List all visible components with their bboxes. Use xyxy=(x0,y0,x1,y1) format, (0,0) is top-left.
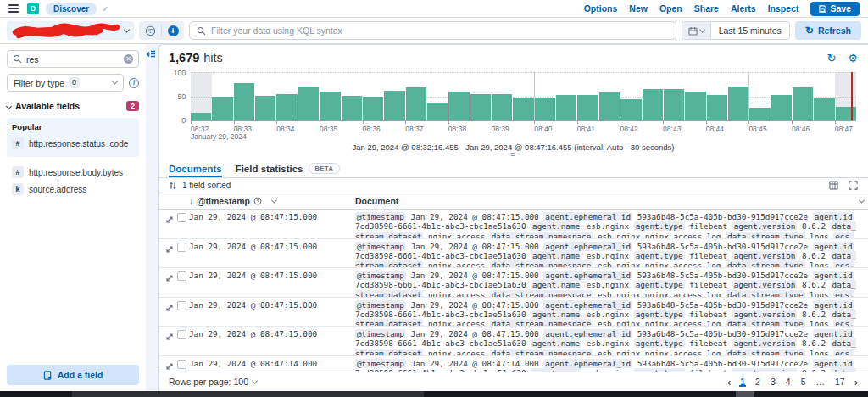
column-actions-icon[interactable] xyxy=(859,197,865,203)
histogram-bar[interactable] xyxy=(577,72,598,120)
histogram-bar[interactable] xyxy=(276,72,297,120)
sorted-label[interactable]: 1 field sorted xyxy=(182,181,231,190)
row-checkbox[interactable] xyxy=(177,271,186,281)
rows-per-page-button[interactable]: Rows per page: 100 xyxy=(169,377,257,387)
document-cell[interactable]: @timestamp Jan 29, 2024 @ 08:47:14.000 a… xyxy=(355,359,860,372)
histogram-bar[interactable] xyxy=(599,72,620,120)
histogram-bar[interactable] xyxy=(492,72,512,120)
field-search-input[interactable] xyxy=(26,54,103,64)
histogram-bar[interactable] xyxy=(255,72,275,120)
expand-row-icon[interactable] xyxy=(165,212,174,227)
histogram-bar[interactable] xyxy=(448,72,469,120)
histogram-bar[interactable] xyxy=(707,72,727,120)
histogram-bar[interactable] xyxy=(728,72,748,120)
field-list-item[interactable]: #http.response.body.bytes xyxy=(12,164,134,181)
histogram-bar[interactable] xyxy=(212,72,232,120)
kql-search-bar[interactable] xyxy=(189,21,676,40)
document-cell[interactable]: @timestamp Jan 29, 2024 @ 08:47:15.000 a… xyxy=(355,300,860,327)
next-page-icon[interactable]: › xyxy=(854,376,858,389)
column-actions-icon[interactable] xyxy=(271,197,277,203)
tab-documents[interactable]: Documents xyxy=(169,159,222,177)
field-list-item[interactable]: ksource.address xyxy=(12,181,134,198)
info-icon[interactable]: i xyxy=(129,78,139,88)
add-field-button[interactable]: Add a field xyxy=(7,365,139,385)
sort-fields-icon[interactable] xyxy=(169,182,177,190)
timestamp-column-header[interactable]: ↓ @timestamp xyxy=(189,196,355,206)
expand-row-icon[interactable] xyxy=(165,300,174,316)
document-cell[interactable]: @timestamp Jan 29, 2024 @ 08:47:15.000 a… xyxy=(355,329,860,355)
kql-search-input[interactable] xyxy=(211,25,669,36)
nav-new[interactable]: New xyxy=(629,3,648,14)
expand-row-icon[interactable] xyxy=(165,271,174,286)
histogram-bar[interactable] xyxy=(771,72,792,120)
histogram-bar[interactable] xyxy=(535,72,555,120)
menu-icon[interactable] xyxy=(8,4,19,13)
histogram-bar[interactable] xyxy=(363,72,383,120)
filter-by-type-select[interactable]: Filter by type 0 xyxy=(7,74,124,92)
histogram-bar[interactable] xyxy=(298,72,319,120)
histogram-bar[interactable] xyxy=(342,72,362,120)
histogram-bar[interactable] xyxy=(556,72,576,120)
saved-query-icon[interactable] xyxy=(139,21,161,40)
page-number[interactable]: 4 xyxy=(785,377,792,387)
time-range-value[interactable]: Last 15 minutes xyxy=(711,25,789,36)
document-cell[interactable]: @timestamp Jan 29, 2024 @ 08:47:15.000 a… xyxy=(355,242,860,268)
histogram-bar[interactable] xyxy=(320,72,340,120)
histogram-bar[interactable] xyxy=(234,72,254,120)
row-checkbox[interactable] xyxy=(177,360,186,369)
row-checkbox[interactable] xyxy=(177,213,186,222)
discover-app-icon[interactable]: D xyxy=(27,3,39,14)
fullscreen-icon[interactable] xyxy=(849,181,858,190)
calendar-menu-button[interactable] xyxy=(682,22,711,39)
expand-row-icon[interactable] xyxy=(165,329,174,344)
collapse-sidebar-icon[interactable] xyxy=(146,49,156,59)
save-button[interactable]: Save xyxy=(810,2,860,16)
histogram-bar[interactable] xyxy=(814,72,834,120)
resize-handle[interactable]: = xyxy=(159,152,868,158)
add-filter-button[interactable]: + xyxy=(162,21,184,40)
breadcrumb[interactable]: Discover xyxy=(46,3,97,15)
nav-options[interactable]: Options xyxy=(584,3,618,14)
histogram-bar[interactable] xyxy=(406,72,426,120)
page-number[interactable]: 5 xyxy=(800,377,807,387)
histogram-bar[interactable] xyxy=(643,72,663,120)
expand-row-icon[interactable] xyxy=(165,359,174,372)
expand-row-icon[interactable] xyxy=(165,242,174,257)
histogram-bar[interactable] xyxy=(191,72,211,120)
histogram-bar[interactable] xyxy=(793,72,813,120)
clear-search-icon[interactable]: ✕ xyxy=(124,54,133,64)
histogram-bar[interactable] xyxy=(685,72,705,120)
histogram-bar[interactable] xyxy=(513,72,533,120)
histogram-bar[interactable] xyxy=(749,72,770,120)
gear-icon[interactable]: ⚙ xyxy=(848,52,858,64)
nav-inspect[interactable]: Inspect xyxy=(768,3,799,14)
refresh-button[interactable]: ↻ Refresh xyxy=(795,21,861,40)
histogram-bar[interactable] xyxy=(620,72,641,120)
field-list-item[interactable]: #http.response.status_code xyxy=(12,135,134,152)
row-checkbox[interactable] xyxy=(177,330,186,339)
page-number[interactable]: 17 xyxy=(834,377,846,387)
histogram-bar[interactable] xyxy=(664,72,684,120)
page-number[interactable]: 3 xyxy=(770,377,776,387)
data-view-picker[interactable] xyxy=(7,21,134,40)
tab-field-statistics[interactable]: Field statistics BETA xyxy=(236,159,341,177)
document-column-header[interactable]: Document xyxy=(355,196,853,206)
previous-page-icon[interactable]: ‹ xyxy=(727,376,731,389)
reset-chart-icon[interactable]: ↻ xyxy=(826,52,836,64)
page-number[interactable]: 2 xyxy=(754,377,761,387)
row-checkbox[interactable] xyxy=(177,301,186,310)
available-fields-header[interactable]: Available fields 2 xyxy=(7,101,139,111)
document-cell[interactable]: @timestamp Jan 29, 2024 @ 08:47:15.000 a… xyxy=(355,212,860,238)
histogram-bar[interactable] xyxy=(427,72,448,120)
histogram-bar[interactable] xyxy=(384,72,404,120)
display-options-icon[interactable] xyxy=(829,181,838,190)
histogram-bar[interactable] xyxy=(470,72,491,120)
nav-open[interactable]: Open xyxy=(659,3,682,14)
nav-share[interactable]: Share xyxy=(694,3,719,14)
page-number[interactable]: 1 xyxy=(739,377,746,387)
histogram-bar[interactable] xyxy=(836,72,856,120)
document-cell[interactable]: @timestamp Jan 29, 2024 @ 08:47:15.000 a… xyxy=(355,271,860,297)
field-search-box[interactable]: ✕ xyxy=(7,50,139,68)
row-checkbox[interactable] xyxy=(177,243,186,252)
nav-alerts[interactable]: Alerts xyxy=(731,3,756,14)
